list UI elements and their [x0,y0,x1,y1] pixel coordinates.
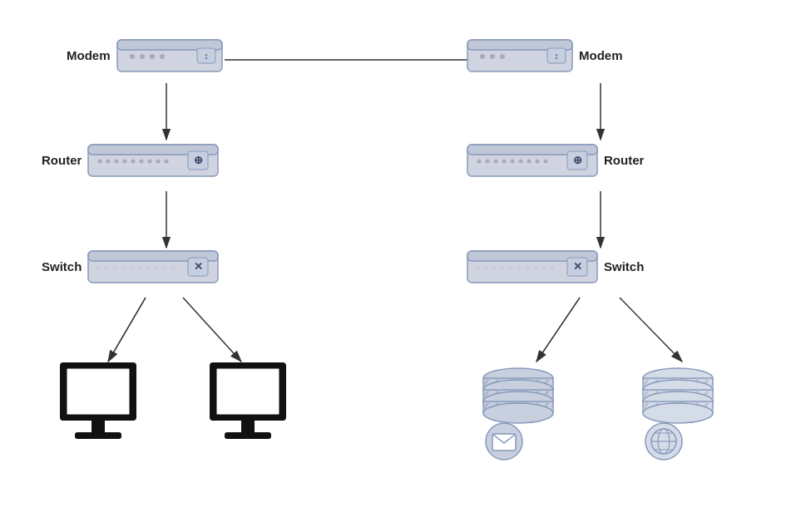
svg-point-75 [476,266,480,270]
svg-line-3 [108,298,146,362]
svg-point-77 [492,266,497,270]
svg-point-76 [484,266,488,270]
svg-text:✕: ✕ [573,260,582,273]
svg-point-65 [502,160,507,164]
svg-point-13 [140,54,145,59]
right-modem-label: Modem [579,48,623,62]
right-switch-node: ✕ Switch [466,248,644,286]
left-modem-icon: ↕ [116,37,224,75]
svg-point-33 [96,266,101,270]
svg-point-62 [477,160,482,164]
svg-point-69 [536,160,540,164]
svg-point-42 [171,266,176,270]
pc2-icon [206,362,289,453]
svg-text:⊕: ⊕ [194,154,203,166]
svg-line-8 [536,298,580,362]
svg-point-22 [115,160,119,164]
svg-point-70 [544,160,548,164]
server1-icon [472,362,564,461]
svg-point-156 [643,403,713,423]
svg-point-68 [527,160,532,164]
right-server2 [632,362,724,465]
svg-line-9 [620,298,682,362]
svg-point-78 [501,266,505,270]
svg-point-67 [519,160,523,164]
svg-point-26 [148,160,152,164]
left-modem-label: Modem [67,48,111,62]
svg-point-41 [163,266,167,270]
right-modem-node: ↕ Modem [466,37,623,75]
svg-point-120 [483,403,553,423]
svg-point-15 [160,54,165,59]
svg-point-79 [509,266,513,270]
left-pc1 [57,362,140,456]
left-switch-label: Switch [42,259,82,273]
right-switch-label: Switch [604,259,644,273]
svg-point-40 [155,266,159,270]
svg-rect-46 [67,368,130,415]
left-router-node: Router ⊕ [42,141,220,180]
svg-point-84 [551,266,555,270]
right-router-node: ⊕ Router [466,141,644,180]
svg-point-83 [542,266,546,270]
svg-point-38 [138,266,142,270]
svg-text:↕: ↕ [554,51,559,61]
svg-point-55 [480,54,485,59]
network-diagram: Modem ↕ Router [0,0,801,532]
svg-point-57 [500,54,505,59]
left-pc2 [206,362,289,456]
svg-rect-52 [225,432,271,439]
svg-point-21 [106,160,111,164]
svg-point-34 [105,266,109,270]
right-switch-icon: ✕ [466,248,599,286]
left-switch-icon: ✕ [87,248,220,286]
right-modem-icon: ↕ [466,37,574,75]
svg-text:⊕: ⊕ [573,154,582,166]
left-router-icon: ⊕ [87,141,220,180]
left-router-label: Router [42,153,82,167]
right-router-icon: ⊕ [466,141,599,180]
svg-point-64 [494,160,498,164]
svg-point-66 [511,160,515,164]
svg-rect-51 [241,420,255,433]
svg-line-4 [183,298,241,362]
svg-rect-48 [75,432,121,439]
left-modem-node: Modem ↕ [67,37,224,75]
svg-point-25 [140,160,144,164]
svg-point-37 [130,266,134,270]
svg-point-35 [113,266,117,270]
left-switch-node: Switch ✕ [42,248,220,286]
server2-icon [632,362,724,461]
pc1-icon [57,362,140,453]
svg-point-23 [123,160,127,164]
svg-point-27 [156,160,161,164]
svg-point-20 [98,160,102,164]
svg-point-14 [150,54,155,59]
svg-point-24 [131,160,136,164]
right-router-label: Router [604,153,644,167]
svg-point-28 [165,160,169,164]
right-server1 [472,362,564,465]
svg-point-63 [486,160,490,164]
svg-text:↕: ↕ [204,51,209,61]
svg-text:✕: ✕ [194,260,203,273]
svg-point-56 [490,54,495,59]
svg-point-82 [534,266,538,270]
svg-point-12 [130,54,135,59]
svg-point-39 [146,266,151,270]
svg-rect-50 [216,368,279,415]
svg-rect-47 [91,420,105,433]
svg-point-80 [517,266,522,270]
svg-point-81 [526,266,530,270]
svg-point-36 [121,266,126,270]
